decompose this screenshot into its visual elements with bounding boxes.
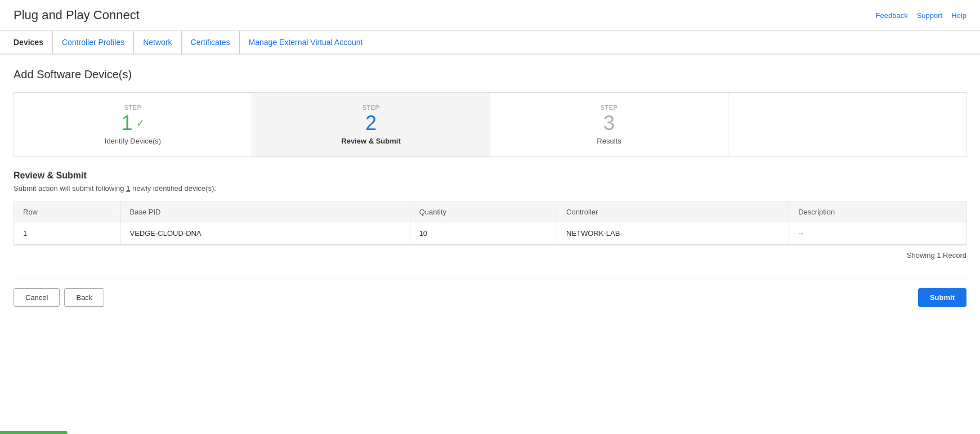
footer-actions: Cancel Back Submit bbox=[14, 279, 966, 307]
nav-item-network[interactable]: Network bbox=[134, 31, 181, 53]
nav-item-devices[interactable]: Devices bbox=[14, 31, 53, 53]
header-links: Feedback Support Help bbox=[876, 11, 966, 20]
main-content: Add Software Device(s) STEP 1 ✓ Identify… bbox=[0, 55, 980, 320]
nav-item-controller-profiles[interactable]: Controller Profiles bbox=[53, 31, 134, 53]
col-base-pid: Base PID bbox=[120, 202, 410, 222]
app-header: Plug and Play Connect Feedback Support H… bbox=[0, 0, 980, 31]
submit-button[interactable]: Submit bbox=[918, 288, 966, 307]
step2-number: 2 bbox=[365, 113, 377, 133]
nav-item-certificates[interactable]: Certificates bbox=[182, 31, 240, 53]
table-footer: Showing 1 Record bbox=[14, 245, 966, 265]
cell-description: -- bbox=[789, 222, 966, 245]
cell-row: 1 bbox=[14, 222, 120, 245]
step-2: STEP 2 Review & Submit bbox=[252, 93, 490, 156]
app-title: Plug and Play Connect bbox=[14, 8, 140, 23]
table-row: 1 VEDGE-CLOUD-DNA 10 NETWORK-LAB -- bbox=[14, 222, 966, 245]
cell-controller: NETWORK-LAB bbox=[557, 222, 789, 245]
cell-base-pid: VEDGE-CLOUD-DNA bbox=[120, 222, 410, 245]
step2-label: STEP bbox=[363, 104, 380, 111]
cancel-button[interactable]: Cancel bbox=[14, 288, 60, 307]
step1-number: 1 ✓ bbox=[121, 113, 144, 133]
col-quantity: Quantity bbox=[410, 202, 557, 222]
page-title: Add Software Device(s) bbox=[14, 68, 966, 81]
col-controller: Controller bbox=[557, 202, 789, 222]
step1-label: STEP bbox=[124, 104, 142, 111]
step1-check-icon: ✓ bbox=[136, 118, 145, 128]
step2-name: Review & Submit bbox=[341, 137, 400, 145]
nav-item-manage-external[interactable]: Manage External Virtual Account bbox=[240, 31, 372, 53]
support-link[interactable]: Support bbox=[917, 11, 943, 20]
review-subtitle: Submit action will submit following 1 ne… bbox=[14, 184, 966, 193]
devices-table: Row Base PID Quantity Controller Descrip… bbox=[14, 202, 966, 245]
col-row: Row bbox=[14, 202, 120, 222]
step3-number: 3 bbox=[603, 113, 615, 133]
step3-name: Results bbox=[597, 137, 621, 145]
subtitle-after: newly identified device(s). bbox=[130, 184, 216, 193]
step3-label: STEP bbox=[601, 104, 618, 111]
main-nav: Devices Controller Profiles Network Cert… bbox=[0, 31, 980, 55]
step-3: STEP 3 Results bbox=[490, 93, 728, 156]
step1-name: Identify Device(s) bbox=[105, 137, 161, 145]
subtitle-before: Submit action will submit following bbox=[14, 184, 126, 193]
col-description: Description bbox=[789, 202, 966, 222]
feedback-link[interactable]: Feedback bbox=[876, 11, 908, 20]
back-button[interactable]: Back bbox=[64, 288, 104, 307]
review-title: Review & Submit bbox=[14, 171, 966, 181]
cell-quantity: 10 bbox=[410, 222, 557, 245]
footer-left-actions: Cancel Back bbox=[14, 288, 104, 307]
review-section: Review & Submit Submit action will submi… bbox=[14, 171, 966, 265]
help-link[interactable]: Help bbox=[951, 11, 966, 20]
steps-container: STEP 1 ✓ Identify Device(s) STEP 2 Revie… bbox=[14, 92, 966, 157]
table-header-row: Row Base PID Quantity Controller Descrip… bbox=[14, 202, 966, 222]
step-1: STEP 1 ✓ Identify Device(s) bbox=[14, 93, 252, 156]
step-spacer bbox=[728, 93, 966, 156]
